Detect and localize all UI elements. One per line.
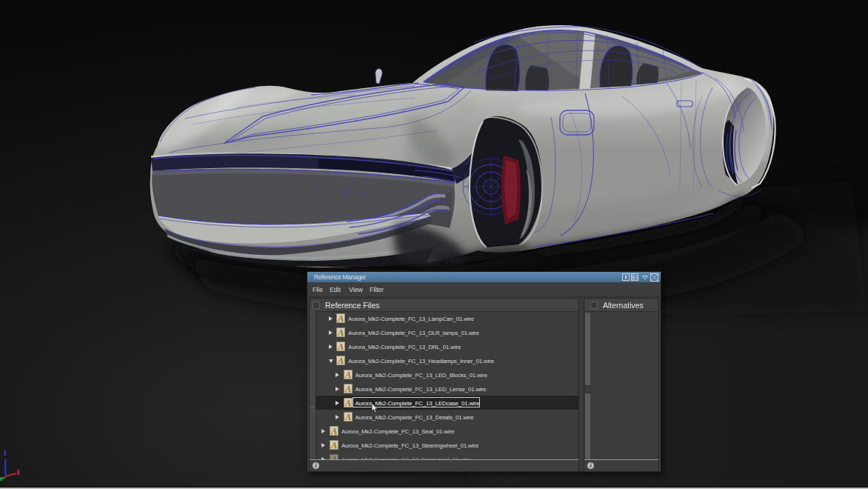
- svg-text:A: A: [337, 313, 344, 323]
- svg-text:A: A: [330, 440, 337, 450]
- svg-text:A: A: [330, 426, 337, 436]
- svg-text:A: A: [344, 384, 350, 393]
- svg-text:A: A: [344, 370, 350, 379]
- svg-text:A: A: [337, 327, 344, 337]
- svg-text:A: A: [337, 342, 344, 351]
- svg-text:A: A: [344, 398, 350, 408]
- svg-text:A: A: [344, 412, 350, 422]
- svg-text:A: A: [337, 356, 344, 365]
